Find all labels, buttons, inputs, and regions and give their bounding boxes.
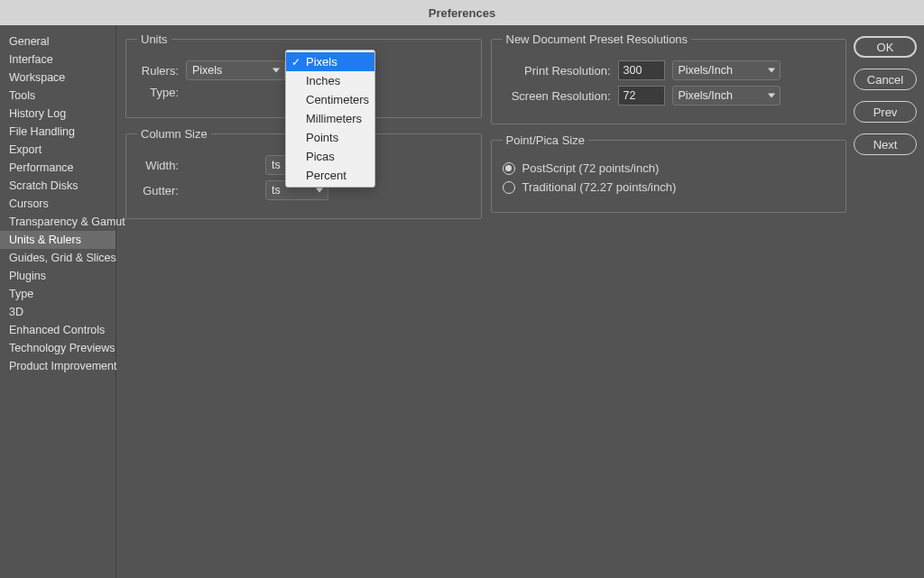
postscript-label: PostScript (72 points/inch) <box>522 161 660 175</box>
rulers-option-centimeters[interactable]: Centimeters <box>286 90 374 109</box>
rulers-option-label: Pixels <box>306 55 337 69</box>
rulers-label: Rulers: <box>137 64 179 78</box>
print-resolution-input[interactable] <box>618 60 665 80</box>
sidebar-item-product-improvement[interactable]: Product Improvement <box>0 357 116 375</box>
type-label: Type: <box>137 86 179 99</box>
screen-resolution-label: Screen Resolution: <box>503 89 611 103</box>
rulers-option-label: Percent <box>306 169 346 182</box>
sidebar-item-technology-previews[interactable]: Technology Previews <box>0 339 116 357</box>
sidebar-item-file-handling[interactable]: File Handling <box>0 123 116 141</box>
window-titlebar: Preferences <box>0 0 924 25</box>
dialog-buttons: OK Cancel Prev Next <box>854 32 917 571</box>
sidebar-item-export[interactable]: Export <box>0 141 116 159</box>
screen-resolution-row: Screen Resolution: Pixels/Inch <box>503 86 836 106</box>
sidebar-item-type[interactable]: Type <box>0 285 116 303</box>
sidebar-item-general[interactable]: General <box>0 32 116 50</box>
preferences-body: GeneralInterfaceWorkspaceToolsHistory Lo… <box>0 25 924 578</box>
traditional-label: Traditional (72.27 points/inch) <box>522 180 677 194</box>
sidebar-item-enhanced-controls[interactable]: Enhanced Controls <box>0 321 116 339</box>
gutter-label: Gutter: <box>137 184 179 197</box>
rulers-option-label: Millimeters <box>306 112 362 125</box>
sidebar-item-performance[interactable]: Performance <box>0 159 116 177</box>
check-icon: ✓ <box>291 56 300 69</box>
rulers-select[interactable]: Pixels <box>186 60 285 80</box>
right-column: New Document Preset Resolutions Print Re… <box>491 32 847 571</box>
screen-resolution-input[interactable] <box>618 86 665 106</box>
sidebar-item-tools[interactable]: Tools <box>0 87 116 105</box>
prev-button[interactable]: Prev <box>854 101 917 123</box>
print-resolution-row: Print Resolution: Pixels/Inch <box>503 60 836 80</box>
sidebar-item-history-log[interactable]: History Log <box>0 105 116 123</box>
rulers-select-control[interactable]: Pixels <box>186 60 285 80</box>
postscript-radio-row[interactable]: PostScript (72 points/inch) <box>503 161 836 175</box>
traditional-radio-row[interactable]: Traditional (72.27 points/inch) <box>503 180 836 194</box>
units-legend: Units <box>137 32 171 46</box>
traditional-radio[interactable] <box>503 181 515 194</box>
rulers-option-percent[interactable]: Percent <box>286 166 374 185</box>
postscript-radio[interactable] <box>503 162 515 175</box>
sidebar-item-interface[interactable]: Interface <box>0 50 116 69</box>
rulers-option-pixels[interactable]: ✓Pixels <box>286 52 374 71</box>
next-button[interactable]: Next <box>854 133 917 155</box>
point-pica-legend: Point/Pica Size <box>503 133 588 147</box>
screen-resolution-unit-control[interactable]: Pixels/Inch <box>672 86 781 106</box>
rulers-option-picas[interactable]: Picas <box>286 147 374 166</box>
rulers-option-label: Picas <box>306 150 335 163</box>
resolutions-group: New Document Preset Resolutions Print Re… <box>491 32 847 124</box>
print-resolution-label: Print Resolution: <box>503 64 611 78</box>
sidebar-item-transparency-gamut[interactable]: Transparency & Gamut <box>0 213 116 231</box>
category-sidebar: GeneralInterfaceWorkspaceToolsHistory Lo… <box>0 25 116 578</box>
sidebar-item-workspace[interactable]: Workspace <box>0 69 116 87</box>
screen-resolution-unit-select[interactable]: Pixels/Inch <box>672 86 781 106</box>
rulers-dropdown-menu[interactable]: ✓PixelsInchesCentimetersMillimetersPoint… <box>285 50 375 188</box>
resolutions-legend: New Document Preset Resolutions <box>503 32 692 46</box>
sidebar-item-cursors[interactable]: Cursors <box>0 195 116 213</box>
cancel-button[interactable]: Cancel <box>854 69 917 90</box>
column-size-legend: Column Size <box>137 127 211 141</box>
print-resolution-unit-select[interactable]: Pixels/Inch <box>672 60 781 80</box>
sidebar-item-3d[interactable]: 3D <box>0 303 116 321</box>
point-pica-group: Point/Pica Size PostScript (72 points/in… <box>491 133 847 213</box>
content-area: Units Rulers: Pixels Type: Colu <box>116 25 924 578</box>
rulers-option-inches[interactable]: Inches <box>286 71 374 90</box>
sidebar-item-plugins[interactable]: Plugins <box>0 267 116 285</box>
rulers-option-points[interactable]: Points <box>286 128 374 147</box>
sidebar-item-guides-grid-slices[interactable]: Guides, Grid & Slices <box>0 249 116 267</box>
rulers-option-millimeters[interactable]: Millimeters <box>286 109 374 128</box>
rulers-option-label: Centimeters <box>306 93 369 106</box>
ok-button[interactable]: OK <box>854 36 917 58</box>
print-resolution-unit-control[interactable]: Pixels/Inch <box>672 60 781 80</box>
sidebar-item-scratch-disks[interactable]: Scratch Disks <box>0 177 116 195</box>
rulers-option-label: Inches <box>306 74 340 87</box>
rulers-option-label: Points <box>306 131 338 144</box>
sidebar-item-units-rulers[interactable]: Units & Rulers <box>0 231 116 249</box>
window-title: Preferences <box>429 6 495 20</box>
width-label: Width: <box>137 159 179 172</box>
panels: Units Rulers: Pixels Type: Colu <box>125 32 846 571</box>
